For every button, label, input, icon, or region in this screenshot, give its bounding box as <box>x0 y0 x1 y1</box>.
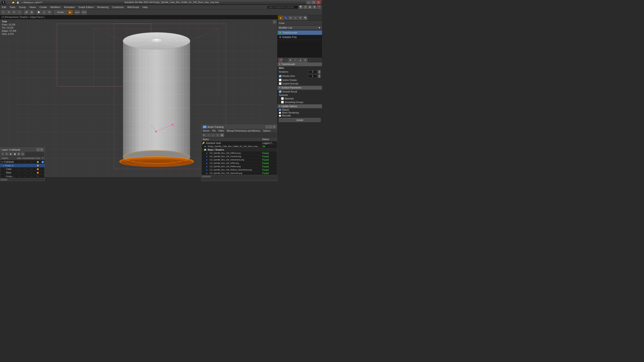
render-iters-input[interactable] <box>308 75 317 78</box>
smooth-result-checkbox[interactable] <box>279 90 282 93</box>
menu-edit[interactable]: Edit <box>0 5 8 9</box>
asset-row[interactable]: ◆ Empty_Spindle_Cake_Box_Holder_for_100_… <box>202 145 277 148</box>
asset-missing-btn[interactable]: ? <box>216 133 220 137</box>
asset-close-button[interactable]: ✕ <box>272 125 276 128</box>
new-btn[interactable]: □ <box>7 0 11 4</box>
asset-restore-button[interactable]: □ <box>269 125 272 128</box>
asset-file-menu[interactable]: File <box>211 130 217 132</box>
layer-row[interactable]: ◆ Empty_Spindle_Cake_Box_Holder_for_100_… <box>0 164 44 167</box>
asset-refresh-btn[interactable]: ↻ <box>202 133 206 137</box>
angle-snap[interactable]: ∠ <box>42 10 46 15</box>
when-rendering-radio[interactable] <box>279 112 281 114</box>
snap-toggle[interactable]: 🔲 <box>36 10 41 15</box>
modifier-turbosmoooth[interactable]: TurboSmooth <box>278 30 322 35</box>
configure-btn[interactable]: ⚙ <box>288 58 293 62</box>
menu-maxscript[interactable]: MAXScript <box>126 5 141 9</box>
modifier-editable-poly[interactable]: Editable Poly <box>278 35 322 39</box>
asset-row[interactable]: ■ CD_Spindle_Box_100_Diffuse.png Found <box>202 151 277 155</box>
motion-tab[interactable]: ▷ <box>293 16 298 20</box>
save-btn[interactable]: 💾 <box>16 0 20 4</box>
minimize-button[interactable]: – <box>306 1 311 4</box>
asset-options-menu[interactable]: Options <box>262 130 272 132</box>
layers-new-btn[interactable]: + <box>1 152 4 156</box>
iterations-input[interactable] <box>308 70 317 73</box>
hierarchy-tab[interactable]: ⚙ <box>288 16 293 20</box>
search-option1[interactable]: ▼ <box>304 5 307 9</box>
unlink-tool[interactable]: ⛓ <box>29 10 34 15</box>
select-tool[interactable]: ↖ <box>1 10 6 15</box>
search-input[interactable] <box>267 5 298 9</box>
display-tab[interactable]: 👁 <box>298 16 302 20</box>
asset-minimize-button[interactable]: – <box>266 125 268 128</box>
close-button[interactable]: ✕ <box>316 1 321 4</box>
turbosmooth-section-header[interactable]: ▼ TurboSmooth <box>278 62 322 66</box>
open-btn[interactable]: 📂 <box>11 0 15 4</box>
search-option2[interactable]: ★ <box>308 5 312 9</box>
isoline-checkbox[interactable] <box>279 79 282 81</box>
asset-row[interactable]: ■ CD_Spindle_Box_100_Fresnel.png Found <box>202 155 277 158</box>
render-iters-checkbox[interactable] <box>279 75 282 77</box>
iterations-down[interactable]: ▼ <box>318 72 321 73</box>
search-button[interactable]: 🔍 <box>299 5 303 9</box>
layer-row[interactable]: ○ Base — — — <box>0 171 44 175</box>
explicit-normals-checkbox[interactable] <box>279 82 282 85</box>
render-scene[interactable]: Render <box>54 10 67 15</box>
asset-row[interactable]: ■ CD_Spindle_Box_100_Specular.png Found <box>202 172 277 175</box>
move-down-btn[interactable]: ▼ <box>303 58 308 62</box>
quick-render[interactable]: ▶ <box>68 10 73 15</box>
render-btn[interactable]: Workspace: Default ▼ <box>29 0 37 4</box>
menu-tools[interactable]: Tools <box>8 5 17 9</box>
asset-row[interactable]: 📁 Maps / Shaders <box>202 148 277 151</box>
layer-mgr[interactable]: Layers <box>75 10 80 15</box>
asset-row[interactable]: ■ CD_Spindle_Box_100_Refract_Glossiness.… <box>202 168 277 172</box>
move-tool[interactable]: ✛ <box>6 10 11 15</box>
layers-select-btn[interactable]: ◼ <box>13 152 16 156</box>
asset-paths-menu[interactable]: Paths <box>217 130 226 132</box>
active-color-btn[interactable]: ⬛ <box>283 58 288 62</box>
layer-checkbox[interactable] <box>42 161 44 163</box>
render-iters-down[interactable]: ▼ <box>318 76 321 78</box>
layers-help-button[interactable]: ? <box>36 148 40 151</box>
menu-group[interactable]: Group <box>17 5 28 9</box>
layers-current-btn[interactable]: ◎ <box>21 152 24 156</box>
layers-scrollbar-h[interactable] <box>0 178 44 181</box>
layer-row[interactable]: ○ Case — — — <box>0 167 44 171</box>
materials-checkbox[interactable] <box>281 97 284 100</box>
maximize-viewport-btn[interactable]: ⊞ <box>273 20 276 24</box>
menu-rendering[interactable]: Rendering <box>96 5 110 9</box>
always-radio[interactable] <box>279 109 281 111</box>
manually-radio[interactable] <box>279 115 281 117</box>
asset-grid-view-btn[interactable]: ⊞ <box>220 133 224 137</box>
layer-row[interactable]: ○ Empty_Spindle_Cake_Box_Holder_for_100_… <box>0 175 44 178</box>
menu-views[interactable]: Views <box>28 5 38 9</box>
rotate-tool[interactable]: ↻ <box>12 10 16 15</box>
asset-check-in-btn[interactable]: ↑ <box>206 133 211 137</box>
menu-graph-editors[interactable]: Graph Editors <box>77 5 96 9</box>
asset-scrollbar-horizontal[interactable] <box>202 175 277 178</box>
asset-server-menu[interactable]: Server <box>202 130 211 132</box>
restore-button[interactable]: ❐ <box>311 1 316 4</box>
pin-stack-btn[interactable]: 📌 <box>278 58 283 62</box>
percent-snap[interactable]: % <box>47 10 52 15</box>
search-option3[interactable]: ✦ <box>312 5 316 9</box>
layers-close-button[interactable]: ✕ <box>40 148 43 151</box>
modify-tab[interactable]: 🔧 <box>283 16 288 20</box>
menu-create[interactable]: Create <box>38 5 48 9</box>
menu-customize[interactable]: Customize <box>110 5 126 9</box>
layers-add-to-btn[interactable]: ▶ <box>9 152 12 156</box>
viewport-label[interactable]: [+] [Perspective] [ Shaded + Edged Faces… <box>0 15 277 19</box>
object-name-field[interactable]: Case <box>278 20 322 25</box>
render-iters-up[interactable]: ▲ <box>318 74 321 76</box>
asset-bitmap-menu[interactable]: Bitmap Performance and Memory <box>226 130 262 132</box>
remove-modifier-btn[interactable]: ✕ <box>293 58 298 62</box>
surface-params-header[interactable]: ▼ Surface Parameters <box>278 86 322 90</box>
menu-help[interactable]: Help <box>141 5 150 9</box>
update-options-header[interactable]: ▼ Update Options <box>278 104 322 108</box>
modifier-list-dropdown[interactable]: ▼ <box>318 26 321 29</box>
asset-check-out-btn[interactable]: ↓ <box>211 133 215 137</box>
menu-animation[interactable]: Animation <box>62 5 77 9</box>
layers-delete-btn[interactable]: ✕ <box>5 152 8 156</box>
iterations-up[interactable]: ▲ <box>318 70 321 72</box>
link-tool[interactable]: 🔗 <box>24 10 29 15</box>
asset-row[interactable]: 🔑 Autodesk Vault Logged C... <box>202 141 277 145</box>
